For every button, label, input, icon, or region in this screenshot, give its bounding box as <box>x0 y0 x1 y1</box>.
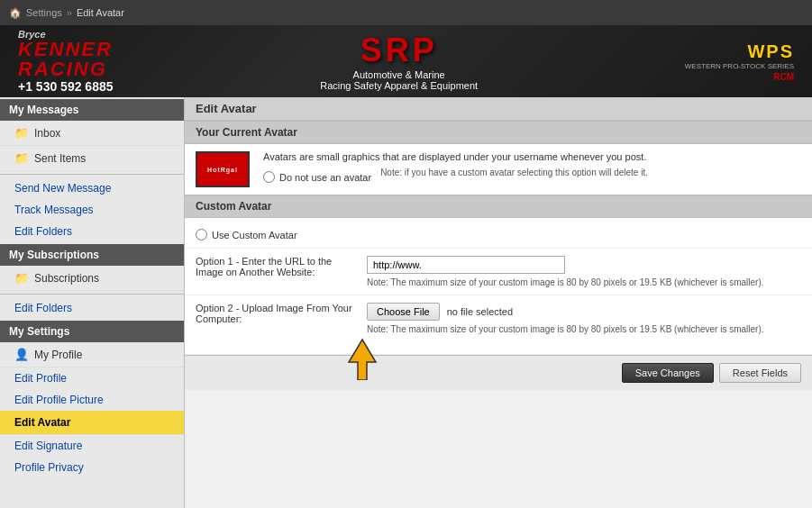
sidebar-edit-folders-messages[interactable]: Edit Folders <box>0 221 184 242</box>
breadcrumb-separator: » <box>67 7 72 18</box>
my-settings-header: My Settings <box>0 321 184 342</box>
option1-content: Note: The maximum size of your custom im… <box>367 256 801 287</box>
my-profile-label: My Profile <box>34 349 82 361</box>
use-custom-avatar-radio[interactable] <box>196 229 207 240</box>
banner-sub1: Automotive & Marine <box>320 69 478 80</box>
current-page-label: Edit Avatar <box>77 7 124 18</box>
divider-1 <box>0 174 184 175</box>
inbox-label: Inbox <box>34 127 60 140</box>
footer-buttons: Save Changes Reset Fields <box>185 355 812 390</box>
folder-icon-sent: 📁 <box>14 151 29 165</box>
banner-right: WPS WESTERN PRO-STOCK SERIES RCM <box>685 41 794 82</box>
sidebar-item-sent-items[interactable]: 📁 Sent Items <box>0 146 184 171</box>
option2-note: Note: The maximum size of your custom im… <box>367 324 801 334</box>
main-layout: My Messages 📁 Inbox 📁 Sent Items Send Ne… <box>0 97 812 508</box>
my-subscriptions-header: My Subscriptions <box>0 244 184 266</box>
top-bar: 🏠 Settings » Edit Avatar <box>0 0 812 25</box>
user-icon: 👤 <box>14 348 29 361</box>
divider-2 <box>0 294 184 295</box>
svg-marker-0 <box>349 340 376 380</box>
sidebar-edit-folders-subs[interactable]: Edit Folders <box>0 297 184 319</box>
save-changes-button[interactable]: Save Changes <box>622 363 714 383</box>
your-current-avatar-title: Your Current Avatar <box>185 121 812 144</box>
no-file-text: no file selected <box>447 306 513 317</box>
content-header: Edit Avatar <box>185 97 812 121</box>
banner-center: SRP Automotive & Marine Racing Safety Ap… <box>320 32 478 91</box>
option1-row: Option 1 - Enter the URL to the Image on… <box>185 249 812 295</box>
subscriptions-label: Subscriptions <box>34 272 99 285</box>
do-not-use-avatar-row: Do not use an avatar <box>263 171 371 183</box>
banner-phone: +1 530 592 6885 <box>18 79 114 94</box>
avatar-text-area: Avatars are small graphics that are disp… <box>263 151 801 183</box>
use-custom-avatar-row: Use Custom Avatar <box>185 218 812 249</box>
banner-wps: WPS <box>747 41 794 62</box>
reset-fields-button[interactable]: Reset Fields <box>719 363 801 383</box>
folder-icon-subs: 📁 <box>14 271 29 285</box>
edit-avatar-label: Edit Avatar <box>14 416 70 429</box>
banner-sub2: Racing Safety Apparel & Equipment <box>320 80 478 91</box>
sidebar-send-new-message[interactable]: Send New Message <box>0 177 184 199</box>
option1-label: Option 1 - Enter the URL to the Image on… <box>196 256 353 277</box>
banner-srp: SRP <box>320 32 478 69</box>
option2-content: Choose File no file selected Note: The m… <box>367 303 801 347</box>
sent-items-label: Sent Items <box>34 152 86 165</box>
sidebar-edit-profile-picture[interactable]: Edit Profile Picture <box>0 389 184 411</box>
option1-note: Note: The maximum size of your custom im… <box>367 277 801 287</box>
sidebar-item-my-profile[interactable]: 👤 My Profile <box>0 342 184 367</box>
sidebar: My Messages 📁 Inbox 📁 Sent Items Send Ne… <box>0 97 185 508</box>
banner-kenner-racing: KENNERRACING <box>18 40 113 79</box>
use-custom-avatar-radio-row: Use Custom Avatar <box>196 229 801 240</box>
sidebar-profile-privacy[interactable]: Profile Privacy <box>0 457 184 478</box>
avatar-image: HotRgal <box>196 151 250 187</box>
banner-left: Bryce KENNERRACING +1 530 592 6885 <box>18 29 114 94</box>
banner: Bryce KENNERRACING +1 530 592 6885 SRP A… <box>0 25 812 97</box>
home-icon[interactable]: 🏠 <box>9 7 22 19</box>
current-avatar-row: HotRgal Avatars are small graphics that … <box>185 144 812 195</box>
sidebar-edit-signature[interactable]: Edit Signature <box>0 435 184 457</box>
file-upload-row: Choose File no file selected <box>367 303 801 321</box>
sidebar-item-edit-avatar[interactable]: Edit Avatar <box>0 411 184 435</box>
use-custom-label: Use Custom Avatar <box>212 230 297 240</box>
sidebar-edit-profile[interactable]: Edit Profile <box>0 367 184 389</box>
avatar-description: Avatars are small graphics that are disp… <box>263 151 801 162</box>
banner-wps-sub: WESTERN PRO-STOCK SERIES <box>685 62 794 70</box>
sidebar-item-subscriptions[interactable]: 📁 Subscriptions <box>0 266 184 291</box>
sidebar-item-inbox[interactable]: 📁 Inbox <box>0 121 184 146</box>
content-area: Edit Avatar Your Current Avatar HotRgal … <box>185 97 812 508</box>
custom-avatar-title: Custom Avatar <box>185 195 812 218</box>
do-not-use-label: Do not use an avatar <box>279 172 371 183</box>
my-messages-header: My Messages <box>0 99 184 121</box>
folder-icon: 📁 <box>14 126 29 140</box>
url-input[interactable] <box>367 256 565 274</box>
option2-label: Option 2 - Upload Image From Your Comput… <box>196 303 353 324</box>
banner-rcm: RCM <box>773 72 794 82</box>
sidebar-track-messages[interactable]: Track Messages <box>0 199 184 221</box>
do-not-use-avatar-radio[interactable] <box>263 171 275 183</box>
choose-file-button[interactable]: Choose File <box>367 303 440 321</box>
avatar-note: Note: if you have a custom avatar select… <box>380 168 648 177</box>
option2-row: Option 2 - Upload Image From Your Comput… <box>185 295 812 355</box>
settings-link[interactable]: Settings <box>26 7 62 18</box>
